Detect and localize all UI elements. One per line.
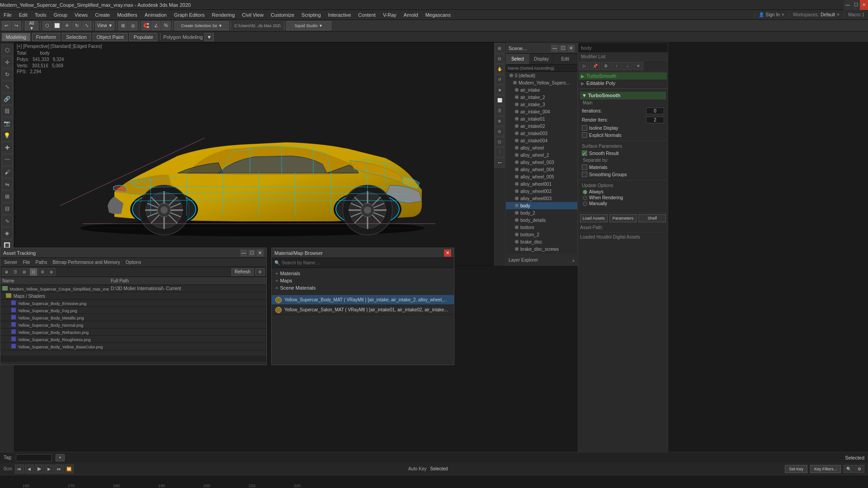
mod-tool-select[interactable]: ▷ bbox=[579, 62, 589, 70]
explicit-checkbox[interactable] bbox=[582, 132, 587, 138]
at-menu-options[interactable]: Options bbox=[124, 260, 143, 265]
vr-btn11[interactable]: ⋮ bbox=[495, 147, 505, 157]
minimize-button[interactable]: — bbox=[844, 0, 852, 10]
vr-btn9[interactable]: ⊖ bbox=[495, 127, 505, 136]
main-viewport[interactable]: [+] [Perspective] [Standard] [Edged Face… bbox=[14, 42, 494, 266]
menu-modifiers[interactable]: Modifiers bbox=[113, 10, 141, 19]
menu-graph-editors[interactable]: Graph Editors bbox=[170, 10, 208, 19]
editable-poly-modifier[interactable]: ▶ Editable Poly bbox=[579, 80, 667, 87]
menu-animation[interactable]: Animation bbox=[141, 10, 170, 19]
scene-panel-min-btn[interactable]: — bbox=[551, 45, 558, 52]
menu-edit[interactable]: Edit bbox=[15, 10, 31, 19]
move-tool[interactable]: ✛ bbox=[1, 56, 13, 68]
next-key-btn[interactable]: ⏩ bbox=[65, 465, 74, 474]
rotate-btn[interactable]: ↻ bbox=[72, 21, 81, 30]
ref-coord-btn[interactable]: ⊞ bbox=[118, 21, 127, 30]
at-close-btn[interactable]: ✕ bbox=[256, 249, 264, 257]
paint-tool[interactable]: 🖌 bbox=[1, 166, 13, 178]
helper-tool[interactable]: ✚ bbox=[1, 142, 13, 154]
scene-item-alloy-wheel[interactable]: alloy_wheel bbox=[506, 144, 577, 151]
menu-file[interactable]: File bbox=[0, 10, 15, 19]
scene-item-alloy-wheel004[interactable]: alloy_wheel_004 bbox=[506, 166, 577, 173]
scene-item-air-intake004[interactable]: air_intake_004 bbox=[506, 108, 577, 115]
select-region-btn[interactable]: ⬜ bbox=[52, 21, 61, 30]
at-row-emissive[interactable]: Yellow_Supercar_Body_Emissive.png bbox=[0, 300, 266, 307]
maximize-button[interactable]: ☐ bbox=[852, 0, 860, 10]
isoline-checkbox[interactable] bbox=[582, 125, 587, 131]
at-tool5[interactable]: ⚙ bbox=[38, 268, 47, 276]
filter-key-btn[interactable]: ⚙ bbox=[854, 465, 864, 473]
prev-frame-btn[interactable]: ◀ bbox=[25, 465, 34, 474]
menu-content[interactable]: Content bbox=[354, 10, 379, 19]
mat-row-salon[interactable]: Yellow_Supercar_Salon_MAT ( VRayMtl ) [a… bbox=[272, 305, 454, 315]
always-radio[interactable] bbox=[583, 190, 587, 194]
at-row-main-file[interactable]: Modern_Yellow_Supercar_Coupe_Simplified_… bbox=[0, 285, 266, 292]
at-max-btn[interactable]: ☐ bbox=[248, 249, 255, 257]
scene-item-alloy-wheel005[interactable]: alloy_wheel_005 bbox=[506, 173, 577, 180]
at-min-btn[interactable]: — bbox=[240, 249, 247, 257]
scene-item-alloy-wheel002[interactable]: alloy_wheel002 bbox=[506, 188, 577, 195]
light-tool[interactable]: 💡 bbox=[1, 130, 13, 141]
material-tool[interactable]: ◈ bbox=[1, 227, 13, 239]
align-tool[interactable]: ⊟ bbox=[1, 203, 13, 215]
select-object-btn[interactable]: ⬡ bbox=[42, 21, 52, 30]
at-row-maps[interactable]: Maps / Shaders bbox=[0, 292, 266, 300]
play-btn[interactable]: ▶ bbox=[35, 465, 44, 474]
vr-btn8[interactable]: ⊕ bbox=[495, 116, 505, 126]
scale-tool[interactable]: ⤡ bbox=[1, 81, 13, 93]
layer-explorer-arrow[interactable]: ▲ bbox=[571, 258, 576, 263]
refresh-button[interactable]: Refresh bbox=[231, 268, 254, 276]
move-btn[interactable]: ✛ bbox=[62, 21, 71, 30]
shelf-btn[interactable]: Shelf bbox=[638, 214, 666, 222]
scene-item-air-intake02[interactable]: air_intake02 bbox=[506, 122, 577, 130]
at-row-fog[interactable]: Yellow_Supercar_Body_Fog.png bbox=[0, 307, 266, 314]
go-to-start-btn[interactable]: ⏮ bbox=[15, 465, 24, 474]
at-tool1[interactable]: 🖥 bbox=[2, 268, 10, 276]
mirror-tool[interactable]: ⇋ bbox=[1, 178, 13, 190]
maximize-viewport-btn[interactable]: ⬜ bbox=[495, 95, 505, 105]
next-frame-btn[interactable]: ▶ bbox=[45, 465, 54, 474]
link-tool[interactable]: 🔗 bbox=[1, 93, 13, 105]
timeline-ruler[interactable]: 160 170 180 190 200 210 220 bbox=[0, 475, 868, 488]
scene-item-air-intake004b[interactable]: air_intake004 bbox=[506, 137, 577, 144]
scene-item-alloy-wheel003[interactable]: alloy_wheel_003 bbox=[506, 159, 577, 166]
vr-btn10[interactable]: ⊡ bbox=[495, 137, 505, 147]
material-search-input[interactable] bbox=[282, 260, 451, 265]
at-tool4[interactable]: ⊟ bbox=[29, 268, 38, 276]
array-tool[interactable]: ⊞ bbox=[1, 191, 13, 202]
select-all-btn[interactable]: All ▼ bbox=[25, 21, 38, 30]
smooth-result-checkbox[interactable]: ✓ bbox=[582, 150, 587, 156]
dropdown-btn[interactable]: ▼ bbox=[204, 33, 214, 41]
create-sel-btn[interactable]: Create Selection Se ▼ bbox=[175, 21, 229, 30]
when-rendering-radio[interactable] bbox=[583, 196, 587, 200]
materials-category[interactable]: + Materials bbox=[274, 270, 452, 277]
ts-render-iters-value[interactable] bbox=[646, 117, 664, 123]
snap-btn[interactable]: 🧲 bbox=[142, 21, 151, 30]
menu-tools[interactable]: Tools bbox=[31, 10, 50, 19]
curve-tool[interactable]: ∿ bbox=[1, 215, 13, 227]
smoothing-checkbox[interactable] bbox=[582, 172, 587, 177]
menu-rendering[interactable]: Rendering bbox=[208, 10, 239, 19]
tab-object-paint[interactable]: Object Paint bbox=[93, 33, 128, 41]
pivot-btn[interactable]: ◎ bbox=[128, 21, 137, 30]
menu-group[interactable]: Group bbox=[50, 10, 71, 19]
vr-btn7[interactable]: ☰ bbox=[495, 106, 505, 116]
at-menu-server[interactable]: Server bbox=[2, 260, 19, 265]
tab-selection[interactable]: Selection bbox=[62, 33, 90, 41]
scene-panel-close-btn[interactable]: ✕ bbox=[567, 45, 575, 52]
at-row-refraction[interactable]: Yellow_Supercar_Body_Refraction.png bbox=[0, 328, 266, 336]
scene-item-air-intake2[interactable]: air_intake_2 bbox=[506, 94, 577, 101]
go-to-end-btn[interactable]: ⏭ bbox=[55, 465, 64, 474]
menu-create[interactable]: Create bbox=[91, 10, 113, 19]
unlink-tool[interactable]: ⛓ bbox=[1, 105, 13, 117]
pct-snap-btn[interactable]: % bbox=[161, 21, 170, 30]
mod-tool-pin[interactable]: 📌 bbox=[590, 62, 600, 70]
at-extra-btn[interactable]: ⚙ bbox=[255, 268, 264, 276]
angle-snap-btn[interactable]: ∠ bbox=[151, 21, 160, 30]
tag-input[interactable] bbox=[16, 454, 52, 461]
parameters-btn[interactable]: Parameters bbox=[609, 214, 637, 222]
menu-megascans[interactable]: Megascans bbox=[422, 10, 454, 19]
material-browser-close[interactable]: ✕ bbox=[444, 249, 451, 257]
at-tool2[interactable]: ☰ bbox=[11, 268, 19, 276]
menu-arnold[interactable]: Arnold bbox=[400, 10, 422, 19]
